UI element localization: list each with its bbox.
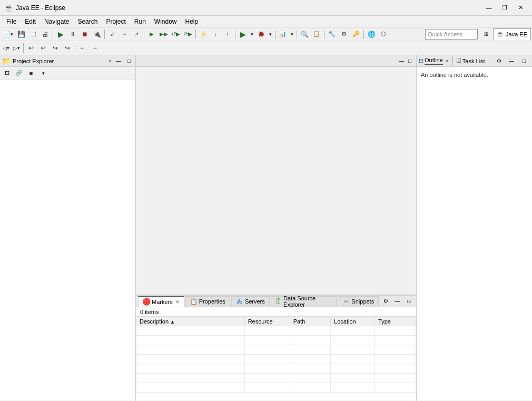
table-row[interactable] bbox=[136, 355, 416, 364]
undo-button[interactable]: ↩ bbox=[25, 42, 37, 54]
run-green-dropdown[interactable]: ▾ bbox=[249, 28, 255, 40]
back-button[interactable]: ◁▾ bbox=[1, 42, 11, 54]
stepover-button[interactable]: → bbox=[119, 28, 130, 40]
run-last-button[interactable]: ▶ bbox=[146, 28, 157, 40]
prev-anno-button[interactable]: ↑ bbox=[222, 28, 233, 40]
coverage-button[interactable]: 📊 bbox=[277, 28, 289, 40]
coverage-dropdown[interactable]: ▾ bbox=[289, 28, 295, 40]
table-row[interactable] bbox=[136, 336, 416, 345]
col-location: Location bbox=[331, 317, 375, 326]
open-perspective-button[interactable]: ⊞ bbox=[480, 28, 492, 40]
properties-tab-label: Properties bbox=[199, 298, 225, 305]
table-cell bbox=[331, 374, 375, 383]
right-panel-minimize[interactable]: — bbox=[506, 55, 517, 67]
editor-maximize[interactable]: □ bbox=[406, 57, 414, 65]
ext-tools-button[interactable]: ⚡ bbox=[198, 28, 209, 40]
pe-dropdown[interactable]: ▾ bbox=[37, 67, 49, 79]
outline-tab-label[interactable]: Outline bbox=[425, 57, 443, 65]
run-last2-button[interactable]: ▶▶ bbox=[158, 28, 170, 40]
menu-edit[interactable]: Edit bbox=[21, 17, 40, 26]
table-row[interactable] bbox=[136, 383, 416, 393]
tab-markers[interactable]: 🔴 Markers ✕ bbox=[138, 296, 184, 307]
menu-file[interactable]: File bbox=[2, 17, 21, 26]
run-green-button[interactable]: ▶ bbox=[237, 28, 249, 40]
stepreturn-button[interactable]: ↗ bbox=[131, 28, 142, 40]
toolbar-area: 📄▾ 💾 📑 🖨 ▶ ⏸ ⏹ 🔌 ↙ → ↗ ▶ ▶▶ ↺▶ ⟳▶ ⚡ ↓ ↑ … bbox=[0, 27, 532, 55]
nav-right-button[interactable]: → bbox=[89, 42, 101, 54]
bottom-menu-button[interactable]: ⚙ bbox=[381, 296, 391, 307]
right-panel-menu[interactable]: ⚙ bbox=[493, 55, 505, 67]
col-resource: Resource bbox=[244, 317, 290, 326]
table-cell bbox=[290, 374, 330, 383]
editor-minimize[interactable]: — bbox=[397, 57, 406, 65]
debug-button[interactable]: ▶ bbox=[55, 28, 66, 40]
tab-properties[interactable]: 📋 Properties bbox=[185, 296, 230, 307]
toggle-button[interactable]: 🔧 bbox=[326, 28, 338, 40]
menu-navigate[interactable]: Navigate bbox=[40, 17, 73, 26]
table-row[interactable] bbox=[136, 345, 416, 355]
project-explorer-minimize[interactable]: — bbox=[114, 57, 123, 65]
table-cell bbox=[331, 364, 375, 374]
save-button[interactable]: 💾 bbox=[15, 28, 27, 40]
bottom-maximize-button[interactable]: □ bbox=[403, 296, 414, 307]
tab-snippets[interactable]: ✂ Snippets bbox=[338, 296, 379, 307]
table-cell bbox=[244, 345, 290, 355]
stepinto-button[interactable]: ↙ bbox=[106, 28, 118, 40]
globe-button[interactable]: 🌐 bbox=[366, 28, 377, 40]
extra-button[interactable]: ⬡ bbox=[378, 28, 389, 40]
disconnect-button[interactable]: 🔌 bbox=[91, 28, 103, 40]
table-row[interactable] bbox=[136, 326, 416, 336]
stop-button[interactable]: ⏹ bbox=[79, 28, 91, 40]
menu-window[interactable]: Window bbox=[150, 17, 181, 26]
menu-bar: File Edit Navigate Search Project Run Wi… bbox=[0, 16, 532, 27]
restore-button[interactable]: ❐ bbox=[497, 3, 512, 13]
table-cell bbox=[136, 374, 245, 383]
collapse-all-button[interactable]: ⊟ bbox=[1, 67, 13, 79]
perspective-javaee[interactable]: ☕ Java EE bbox=[493, 28, 531, 40]
save-all-button[interactable]: 📑 bbox=[27, 28, 39, 40]
forward-button[interactable]: ▷▾ bbox=[12, 42, 22, 54]
run3-button[interactable]: ↺▶ bbox=[170, 28, 182, 40]
toggle2-button[interactable]: ⚙ bbox=[338, 28, 350, 40]
bottom-minimize-button[interactable]: — bbox=[392, 296, 403, 307]
toggle3-button[interactable]: 🔑 bbox=[350, 28, 362, 40]
table-cell bbox=[290, 383, 330, 393]
suspend-button[interactable]: ⏸ bbox=[67, 28, 78, 40]
separator bbox=[53, 30, 53, 39]
right-panel-maximize[interactable]: □ bbox=[518, 55, 530, 67]
view-menu-button[interactable]: ≡ bbox=[25, 67, 37, 79]
debug-green-dropdown[interactable]: ▾ bbox=[268, 28, 273, 40]
undo2-button[interactable]: ↩ bbox=[37, 42, 49, 54]
new-dropdown[interactable]: 📄▾ bbox=[1, 28, 15, 40]
close-button[interactable]: ✕ bbox=[513, 3, 528, 13]
title-text: Java EE - Eclipse bbox=[16, 4, 481, 12]
nav-left-button[interactable]: ← bbox=[77, 42, 88, 54]
table-row[interactable] bbox=[136, 374, 416, 383]
table-cell bbox=[331, 326, 375, 336]
redo2-button[interactable]: ↪ bbox=[62, 42, 73, 54]
menu-search[interactable]: Search bbox=[73, 17, 102, 26]
quick-access-input[interactable]: Quick Access bbox=[425, 29, 478, 40]
redo-button[interactable]: ↪ bbox=[50, 42, 61, 54]
search-button[interactable]: 🔍 bbox=[299, 28, 310, 40]
separator7 bbox=[297, 30, 297, 39]
run4-button[interactable]: ⟳▶ bbox=[182, 28, 194, 40]
tasklist-tab-label[interactable]: Task List bbox=[462, 58, 485, 64]
next-anno-button[interactable]: ↓ bbox=[210, 28, 221, 40]
table-cell bbox=[244, 336, 290, 345]
menu-run[interactable]: Run bbox=[130, 17, 150, 26]
link-editor-button[interactable]: 🔗 bbox=[13, 67, 25, 79]
minimize-button[interactable]: — bbox=[481, 3, 496, 13]
table-cell bbox=[331, 355, 375, 364]
sep-t2-2 bbox=[75, 43, 75, 53]
markers-table: Description ▲ Resource Path Location Typ… bbox=[136, 317, 416, 393]
menu-help[interactable]: Help bbox=[181, 17, 203, 26]
print-button[interactable]: 🖨 bbox=[40, 28, 51, 40]
tab-servers[interactable]: 🖧 Servers bbox=[231, 296, 270, 307]
project-explorer-maximize[interactable]: □ bbox=[125, 57, 133, 65]
menu-project[interactable]: Project bbox=[102, 17, 130, 26]
open-task-button[interactable]: 📋 bbox=[311, 28, 322, 40]
tab-datasource[interactable]: 🗄 Data Source Explorer bbox=[271, 296, 337, 307]
debug-green-button[interactable]: 🐞 bbox=[255, 28, 267, 40]
table-row[interactable] bbox=[136, 364, 416, 374]
